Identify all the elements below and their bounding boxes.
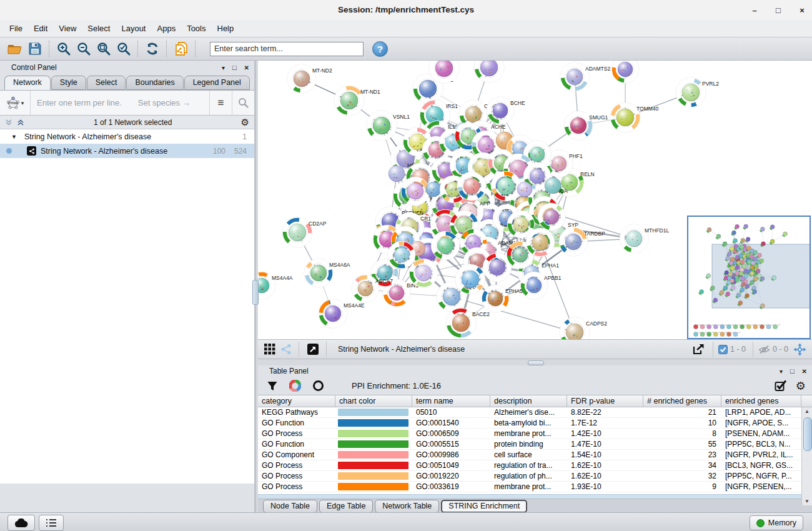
query-search-button[interactable]: [232, 91, 254, 115]
tab-legend-panel[interactable]: Legend Panel: [184, 76, 250, 90]
menu-tools[interactable]: Tools: [181, 21, 211, 36]
select-genes-button[interactable]: [775, 380, 787, 392]
color-swatch: [338, 462, 408, 469]
scroll-down-icon[interactable]: ▼: [802, 499, 812, 504]
zoom-in-button[interactable]: [54, 39, 74, 58]
menu-layout[interactable]: Layout: [116, 21, 151, 36]
string-db-selector[interactable]: STRING ▾: [0, 91, 31, 115]
hidden-eye-icon[interactable]: [758, 345, 770, 354]
grid-view-button[interactable]: [262, 340, 278, 359]
menu-view[interactable]: View: [53, 21, 82, 36]
menu-file[interactable]: File: [4, 21, 28, 36]
network-edge-count: 524: [225, 147, 247, 156]
ring-chart-button[interactable]: [312, 380, 324, 392]
tab-string-enrichment[interactable]: STRING Enrichment: [441, 500, 527, 513]
zoom-selected-button[interactable]: [114, 39, 134, 58]
panel-menu-icon[interactable]: ▾: [222, 64, 225, 71]
svg-text:ADAMTS2: ADAMTS2: [585, 66, 610, 72]
birds-eye-graph[interactable]: [688, 217, 810, 338]
table-row[interactable]: GO ProcessGO:0051049regulation of tra...…: [258, 460, 801, 471]
table-settings-gear-icon[interactable]: ⚙: [796, 379, 806, 393]
import-network-button[interactable]: [171, 39, 191, 58]
string-logo-icon: STRING: [6, 96, 20, 110]
selected-checkbox-icon[interactable]: [718, 345, 728, 354]
zoom-fit-button[interactable]: [94, 39, 114, 58]
table-row[interactable]: GO FunctionGO:0001540beta-amyloid bi...1…: [258, 418, 801, 429]
table-row[interactable]: KEGG Pathways05010Alzheimer's dise...8.8…: [258, 407, 801, 418]
table-row[interactable]: GO ComponentGO:0009986cell surface1.54E-…: [258, 450, 801, 460]
panel-float-icon[interactable]: □: [232, 64, 237, 71]
cell: GO Process: [258, 471, 335, 481]
panel-float-icon[interactable]: □: [790, 367, 795, 375]
expand-all-icon[interactable]: [17, 119, 25, 126]
export-network-button[interactable]: [690, 340, 708, 359]
cell: regulation of tra...: [490, 460, 567, 470]
tree-expand-icon[interactable]: ▼: [11, 134, 17, 140]
collapse-all-icon[interactable]: [5, 119, 13, 126]
zoom-out-button[interactable]: [74, 39, 94, 58]
table-row[interactable]: GO ProcessGO:0006509membrane prot...1.42…: [258, 429, 801, 439]
panel-splitter-grip[interactable]: [252, 280, 259, 305]
detach-view-button[interactable]: [304, 340, 322, 359]
network-row[interactable]: String Network - Alzheimer's disease 100…: [0, 144, 254, 158]
species-hint[interactable]: Set species →: [138, 98, 209, 107]
tab-node-table[interactable]: Node Table: [263, 500, 317, 513]
table-row[interactable]: GO ProcessGO:0050435beta-amyloid m...2.0…: [258, 492, 801, 494]
memory-button[interactable]: Memory: [750, 515, 803, 530]
scroll-up-icon[interactable]: ▲: [802, 409, 812, 414]
birds-eye-view[interactable]: [687, 216, 811, 339]
help-icon[interactable]: ?: [372, 41, 388, 57]
tab-boundaries[interactable]: Boundaries: [126, 76, 183, 90]
table-vertical-scrollbar[interactable]: ▲ ▼: [801, 407, 812, 505]
panel-close-icon[interactable]: ✕: [244, 64, 249, 71]
cell: [IDE, KIAA1149...: [721, 492, 801, 494]
network-options-gear-icon[interactable]: ⚙: [241, 117, 249, 128]
panel-close-icon[interactable]: ✕: [802, 368, 807, 375]
chart-settings-button[interactable]: [289, 380, 301, 392]
open-session-button[interactable]: [5, 39, 25, 58]
menu-help[interactable]: Help: [212, 21, 240, 36]
column-header-description[interactable]: description: [490, 395, 567, 407]
tab-select[interactable]: Select: [87, 76, 126, 90]
minimize-button[interactable]: –: [750, 6, 760, 15]
tab-style[interactable]: Style: [51, 76, 86, 90]
table-row[interactable]: GO ProcessGO:0033619membrane prot...1.93…: [258, 482, 801, 492]
table-row[interactable]: GO ProcessGO:0019220regulation of ph...1…: [258, 471, 801, 482]
tab-network[interactable]: Network: [4, 76, 51, 90]
query-placeholder[interactable]: Enter one term per line.: [37, 98, 122, 107]
column-header-chart-color[interactable]: chart color: [335, 395, 412, 407]
column-header-category[interactable]: category: [258, 395, 335, 407]
string-view-button[interactable]: [278, 340, 294, 359]
query-options-button[interactable]: ≡: [209, 91, 232, 115]
menu-edit[interactable]: Edit: [28, 21, 53, 36]
column-header-enriched-genes[interactable]: enriched genes: [721, 395, 801, 407]
collection-row[interactable]: ▼ String Network - Alzheimer's disease 1: [0, 129, 254, 144]
menu-select[interactable]: Select: [82, 21, 116, 36]
cloud-tasks-button[interactable]: [7, 515, 35, 531]
refresh-button[interactable]: [142, 39, 162, 58]
column-header-fdr-p-value[interactable]: FDR p-value: [567, 395, 643, 407]
scrollbar-thumb[interactable]: [803, 417, 812, 451]
network-label: String Network - Alzheimer's disease: [41, 147, 204, 156]
table-row[interactable]: GO FunctionGO:0005515protein binding1.47…: [258, 439, 801, 450]
svg-text:EPHA1: EPHA1: [542, 262, 559, 269]
cell: 34: [643, 460, 721, 470]
panel-menu-icon[interactable]: ▾: [780, 368, 783, 375]
tab-network-table[interactable]: Network Table: [375, 500, 439, 513]
filter-button[interactable]: [267, 380, 278, 392]
column-header-term-name[interactable]: term name: [412, 395, 490, 407]
tab-edge-table[interactable]: Edge Table: [319, 500, 373, 513]
ppi-enrichment-value: PPI Enrichment: 1.0E-16: [352, 381, 775, 390]
menu-apps[interactable]: Apps: [152, 21, 182, 36]
close-button[interactable]: ×: [797, 6, 807, 15]
cell: 1.54E-10: [567, 450, 643, 460]
color-swatch: [338, 472, 408, 480]
pan-mode-button[interactable]: [791, 340, 808, 359]
search-input[interactable]: [210, 42, 364, 56]
task-history-button[interactable]: [39, 515, 64, 531]
save-session-button[interactable]: [25, 39, 45, 58]
column-header--enriched-genes[interactable]: # enriched genes: [643, 395, 721, 407]
maximize-button[interactable]: □: [773, 6, 783, 15]
table-horizontal-scrollbar[interactable]: [258, 494, 812, 499]
horizontal-splitter[interactable]: [258, 359, 812, 365]
